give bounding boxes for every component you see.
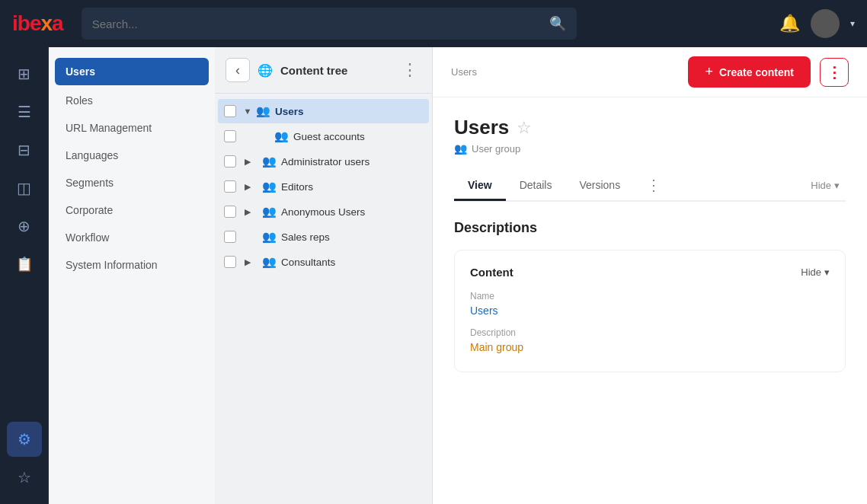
tree-more-button[interactable]: ⋮ [398, 60, 421, 80]
main-more-button[interactable]: ⋮ [820, 58, 849, 87]
subtitle-icon: 👥 [454, 142, 467, 155]
star-icon[interactable]: ☆ [517, 118, 532, 138]
tab-hide-button[interactable]: Hide ▾ [805, 174, 846, 197]
star-sidebar-icon[interactable]: ☆ [7, 460, 42, 495]
sidebar-item-workflow[interactable]: Workflow [49, 224, 215, 251]
tree-item-consultants[interactable]: ▶ 👥 Consultants [218, 250, 429, 274]
tree-item-administrator-users[interactable]: ▶ 👥 Administrator users [218, 149, 429, 174]
description-label: Description [470, 327, 830, 338]
tree-item-sales-label: Sales reps [281, 231, 330, 243]
tree-header: ‹ 🌐 Content tree ⋮ [215, 47, 432, 94]
content-icon[interactable]: ☰ [7, 94, 42, 129]
tabs-more-button[interactable]: ⋮ [637, 170, 670, 200]
sidebar-item-segments-label: Segments [66, 177, 114, 189]
tree-item-checkbox[interactable] [224, 155, 236, 167]
tree-item-checkbox[interactable] [224, 231, 236, 243]
tree-item-anon-label: Anonymous Users [281, 206, 365, 218]
avatar[interactable] [811, 9, 840, 38]
tree-title-icon: 🌐 [258, 63, 273, 78]
sidebar-item-roles[interactable]: Roles [49, 87, 215, 114]
tree-item-anonymous-users[interactable]: ▶ 👥 Anonymous Users [218, 199, 429, 224]
content-card-header: Content Hide ▾ [470, 266, 830, 279]
chevron-down-icon: ▾ [834, 180, 840, 191]
segments-icon[interactable]: ⊕ [7, 209, 42, 244]
tab-versions[interactable]: Versions [565, 171, 634, 201]
tree-item-guest-accounts[interactable]: 👥 Guest accounts [218, 124, 429, 148]
tree-back-button[interactable]: ‹ [226, 58, 250, 82]
forms-icon[interactable]: 📋 [7, 247, 42, 282]
topbar-right: 🔔 ▾ [779, 9, 855, 38]
tree-item-editors-icon: 👥 [262, 180, 277, 193]
tree-expand-icon[interactable]: ▶ [241, 155, 254, 168]
tree-item-checkbox[interactable] [224, 105, 236, 117]
sidebar-item-corporate-label: Corporate [66, 204, 113, 216]
content-area: Users ☆ 👥 User group View Details Versio… [433, 97, 867, 504]
site-structure-icon[interactable]: ◫ [7, 171, 42, 206]
tab-details[interactable]: Details [506, 171, 566, 201]
dashboard-icon[interactable]: ⊞ [7, 56, 42, 91]
tree-expand-icon[interactable]: ▶ [241, 205, 254, 219]
tree-expand-icon[interactable]: ▶ [241, 255, 254, 269]
create-content-button[interactable]: + Create content [688, 56, 811, 88]
sidebar-item-workflow-label: Workflow [66, 231, 109, 244]
tree-item-admin-label: Administrator users [281, 156, 370, 167]
subtitle-text: User group [472, 143, 520, 155]
sidebar-item-corporate[interactable]: Corporate [49, 196, 215, 224]
tree-item-editors[interactable]: ▶ 👥 Editors [218, 174, 429, 199]
main-content: Users + Create content ⋮ Users ☆ 👥 User … [433, 47, 867, 504]
tree-item-checkbox[interactable] [224, 206, 236, 218]
tree-body: ▼ 👥 Users 👥 Guest accounts ▶ 👥 Administr… [215, 94, 432, 504]
tab-view[interactable]: View [454, 171, 506, 201]
content-subtitle: 👥 User group [454, 142, 846, 155]
name-value: Users [470, 305, 830, 317]
tree-item-checkbox[interactable] [224, 256, 236, 268]
sidebar-item-users-label: Users [66, 65, 95, 78]
tree-item-sales-reps[interactable]: 👥 Sales reps [218, 225, 429, 249]
tree-item-users-label: Users [275, 106, 304, 117]
sidebar-item-segments[interactable]: Segments [49, 169, 215, 196]
main-topbar: Users + Create content ⋮ [433, 47, 867, 97]
plus-icon: + [705, 64, 713, 80]
sidebar-item-users[interactable]: Users [55, 58, 209, 85]
tree-item-consultants-label: Consultants [281, 257, 335, 268]
content-hide-label: Hide [801, 266, 821, 278]
notifications-bell[interactable]: 🔔 [779, 14, 800, 33]
search-bar[interactable]: 🔍 [82, 8, 577, 40]
tree-item-checkbox[interactable] [224, 130, 236, 142]
tree-item-users[interactable]: ▼ 👥 Users [218, 99, 429, 123]
tree-item-checkbox[interactable] [224, 180, 236, 193]
sidebar-item-system-information-label: System Information [66, 259, 158, 271]
search-input[interactable] [92, 18, 549, 30]
tab-hide-label: Hide [811, 180, 831, 191]
tree-item-group-icon: 👥 [256, 104, 270, 118]
tree-item-sales-icon: 👥 [262, 230, 277, 244]
tree-item-admin-icon: 👥 [262, 155, 277, 168]
nav-sidebar: Users Roles URL Management Languages Seg… [49, 47, 215, 504]
content-card: Content Hide ▾ Name Users Description [454, 250, 846, 372]
more-icon: ⋮ [827, 63, 842, 81]
tree-item-guest-label: Guest accounts [293, 131, 365, 142]
sidebar-item-url-management-label: URL Management [66, 122, 152, 134]
tree-expand-icon[interactable]: ▶ [241, 180, 254, 193]
description-value: Main group [470, 341, 830, 353]
search-icon: 🔍 [549, 15, 566, 32]
sidebar-item-url-management[interactable]: URL Management [49, 114, 215, 142]
tree-item-consultants-icon: 👥 [262, 255, 277, 269]
icon-sidebar: ⊞ ☰ ⊟ ◫ ⊕ 📋 ⚙ ☆ [0, 47, 49, 504]
content-hide-button[interactable]: Hide ▾ [801, 266, 830, 278]
sidebar-item-languages[interactable]: Languages [49, 142, 215, 169]
topbar: ibexa 🔍 🔔 ▾ [0, 0, 867, 47]
section-title: Descriptions [454, 220, 846, 236]
sidebar-item-system-information[interactable]: System Information [49, 251, 215, 279]
tree-expand-icon[interactable]: ▼ [241, 104, 254, 118]
chevron-down-icon: ▾ [824, 266, 830, 278]
descriptions-section: Descriptions Content Hide ▾ Name Users [454, 220, 846, 372]
tree-item-anon-icon: 👥 [262, 205, 277, 219]
layout: ⊞ ☰ ⊟ ◫ ⊕ 📋 ⚙ ☆ Users Roles URL Manageme… [0, 47, 867, 504]
chevron-down-icon: ▾ [850, 18, 855, 29]
sidebar-item-roles-label: Roles [66, 94, 93, 107]
content-title-row: Users ☆ [454, 116, 846, 139]
tabs-row: View Details Versions ⋮ Hide ▾ [454, 170, 846, 202]
media-icon[interactable]: ⊟ [7, 132, 42, 167]
settings-icon[interactable]: ⚙ [7, 422, 42, 457]
